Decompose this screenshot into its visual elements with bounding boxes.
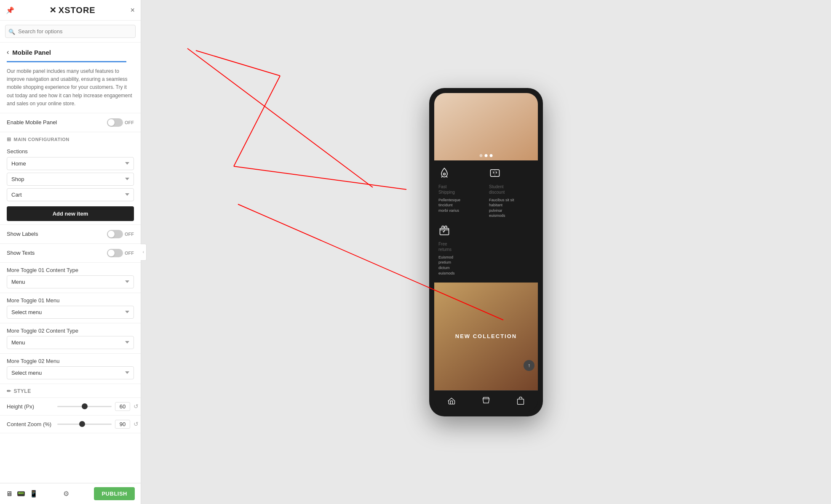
grid-icon: ⊞ [7, 136, 11, 142]
height-label: Height (Px) [7, 403, 57, 410]
zoom-slider[interactable] [57, 424, 112, 425]
enable-toggle[interactable]: OFF [107, 118, 134, 127]
toggle01-menu-select[interactable]: Select menu [7, 306, 134, 319]
fast-shipping-desc: Pellentesquetinciduntmorbi varius [438, 197, 460, 213]
desktop-icon[interactable]: 🖥 [6, 490, 13, 498]
back-arrow-icon: ‹ [7, 48, 9, 56]
svg-point-5 [444, 173, 446, 175]
paint-icon: ✏ [7, 388, 11, 394]
chevron-left-icon: ‹ [143, 250, 144, 254]
show-labels-track[interactable] [107, 230, 123, 238]
sections-cart-select[interactable]: Cart [7, 188, 134, 201]
close-button[interactable]: × [130, 6, 135, 14]
phone-collection-section: NEW COLLECTION ↑ [434, 283, 538, 390]
toggle02-menu-select[interactable]: Select menu [7, 366, 134, 379]
pin-icon[interactable]: 📌 [6, 6, 14, 14]
search-input[interactable] [5, 25, 136, 38]
show-labels-state: OFF [125, 232, 134, 237]
svg-line-1 [234, 76, 280, 166]
toggle02-menu-row: More Toggle 02 Menu Select menu [0, 354, 141, 384]
toggle-track[interactable] [107, 118, 123, 127]
show-texts-toggle[interactable]: OFF [107, 249, 134, 257]
device-icons: 🖥 📟 📱 [6, 490, 38, 498]
back-nav[interactable]: ‹ Mobile Panel [0, 43, 141, 59]
panel-header: 📌 ✕ XSTORE × [0, 0, 141, 21]
feature-fast-shipping: FastShipping Pellentesquetinciduntmorbi … [438, 167, 483, 219]
toggle01-type-row: More Toggle 01 Content Type Menu [0, 263, 141, 293]
phone-bottom-nav [434, 390, 538, 411]
zoom-reset-button[interactable]: ↺ [134, 421, 139, 427]
discount-icon [489, 167, 501, 181]
box-return-icon [438, 224, 450, 239]
publish-button[interactable]: PUBLISH [94, 487, 135, 500]
sections-label: Sections [7, 148, 134, 155]
svg-rect-9 [518, 399, 524, 405]
toggle01-menu-label: More Toggle 01 Menu [7, 297, 134, 304]
show-texts-track[interactable] [107, 249, 123, 257]
enable-mobile-panel-row: Enable Mobile Panel OFF [0, 113, 141, 132]
scroll-top-button[interactable]: ↑ [524, 360, 534, 371]
main-content-area: FastShipping Pellentesquetinciduntmorbi … [141, 0, 831, 504]
dot-3 [490, 154, 493, 157]
main-config-header: ⊞ MAIN CONFIGURATION [0, 132, 141, 145]
panel-title: Mobile Panel [12, 49, 51, 56]
hero-dots [480, 154, 493, 157]
student-discount-title: Studentdiscount [489, 184, 505, 195]
rocket-icon [438, 167, 450, 181]
zoom-slider-row: Content Zoom (%) 90 ↺ [0, 416, 141, 433]
height-reset-button[interactable]: ↺ [134, 403, 139, 410]
nav-bag-icon[interactable] [516, 397, 525, 405]
sections-field: Sections Home Shop Cart Add new item [0, 145, 141, 225]
free-returns-desc: Euismodpretiumdictumeuismods [438, 255, 455, 276]
height-value: 60 [115, 402, 130, 411]
height-slider-row: Height (Px) 60 ↺ [0, 398, 141, 416]
sections-shop-select[interactable]: Shop [7, 173, 134, 186]
svg-line-2 [234, 166, 406, 189]
phone-mockup: FastShipping Pellentesquetinciduntmorbi … [429, 88, 543, 416]
fast-shipping-title: FastShipping [438, 184, 455, 195]
dot-1 [480, 154, 483, 157]
toggle02-type-select[interactable]: Menu [7, 336, 134, 349]
zoom-value: 90 [115, 420, 130, 429]
height-slider[interactable] [57, 406, 112, 407]
settings-gear-button[interactable]: ⚙ [63, 490, 69, 498]
search-icon: 🔍 [8, 28, 15, 35]
toggle02-type-row: More Toggle 02 Content Type Menu [0, 323, 141, 354]
phone-features-section: FastShipping Pellentesquetinciduntmorbi … [434, 160, 538, 283]
toggle01-type-select[interactable]: Menu [7, 275, 134, 288]
panel-content: ‹ Mobile Panel Our mobile panel includes… [0, 43, 141, 483]
style-header: ✏ STYLE [7, 388, 134, 397]
show-texts-state: OFF [125, 251, 134, 256]
hero-image [434, 93, 538, 160]
search-bar: 🔍 [0, 21, 141, 43]
show-texts-thumb [108, 250, 115, 256]
left-panel: 📌 ✕ XSTORE × 🔍 ‹ Mobile Panel Our mobile… [0, 0, 141, 504]
phone-hero-section [434, 93, 538, 160]
show-labels-toggle[interactable]: OFF [107, 230, 134, 238]
phone-screen: FastShipping Pellentesquetinciduntmorbi … [434, 93, 538, 411]
free-returns-title: Freereturns [438, 241, 452, 252]
zoom-slider-container: 90 ↺ [57, 420, 139, 429]
height-slider-container: 60 ↺ [57, 402, 139, 411]
collection-label: NEW COLLECTION [455, 333, 517, 339]
search-wrapper: 🔍 [5, 25, 136, 38]
nav-home-icon[interactable] [447, 397, 456, 405]
feature-student-discount: Studentdiscount Faucibus sit sithabitant… [489, 167, 534, 219]
mobile-icon[interactable]: 📱 [29, 490, 38, 498]
logo: ✕ XSTORE [49, 5, 96, 15]
nav-shop-icon[interactable] [482, 397, 490, 405]
sections-home-select[interactable]: Home [7, 157, 134, 170]
enable-label: Enable Mobile Panel [7, 119, 57, 125]
collapse-handle[interactable]: ‹ [141, 244, 147, 261]
show-labels-label: Show Labels [7, 231, 38, 237]
panel-bottom-bar: 🖥 📟 📱 ⚙ PUBLISH [0, 483, 141, 504]
show-texts-label: Show Texts [7, 250, 35, 256]
sections-dropdowns: Home Shop Cart Add new item [7, 157, 134, 221]
add-new-item-button[interactable]: Add new item [7, 206, 134, 221]
tablet-icon[interactable]: 📟 [17, 490, 25, 498]
show-texts-row: Show Texts OFF [0, 244, 141, 263]
dot-2 [485, 154, 488, 157]
enable-state: OFF [125, 120, 134, 125]
toggle02-type-label: More Toggle 02 Content Type [7, 328, 134, 334]
show-labels-row: Show Labels OFF [0, 225, 141, 244]
